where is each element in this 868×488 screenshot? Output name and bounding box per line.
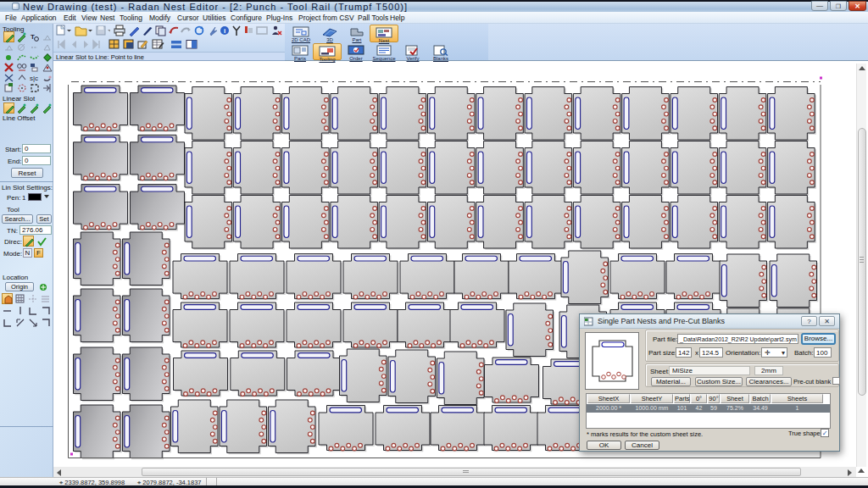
svg-text:i: i <box>224 27 225 35</box>
svg-text:s|c: s|c <box>30 75 38 82</box>
